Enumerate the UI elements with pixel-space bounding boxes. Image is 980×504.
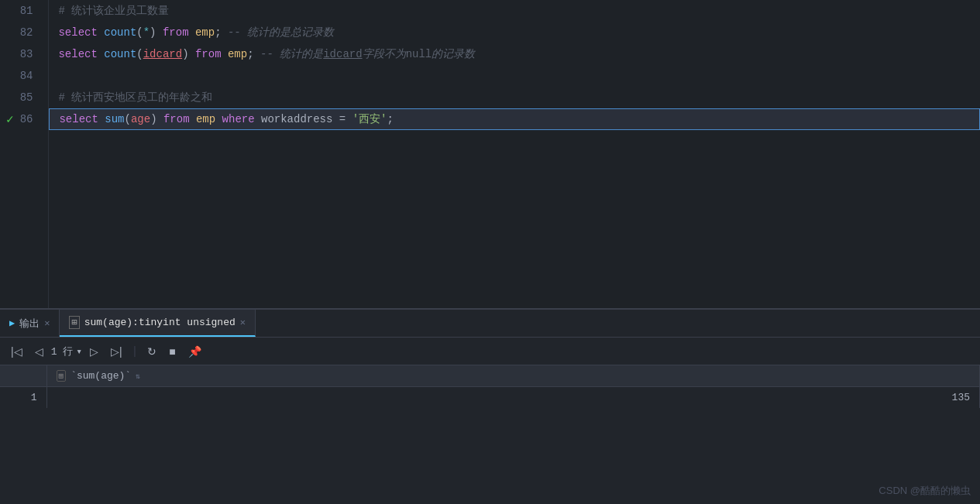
comment-81: # 统计该企业员工数量 (58, 4, 169, 18)
line-numbers: 81 82 83 84 85 ✓ 86 (0, 0, 49, 308)
line-84: 84 (6, 65, 36, 87)
line-num-85: 85 (20, 91, 33, 104)
next-page-button[interactable]: ▷ (85, 344, 103, 359)
tab-result-label: sum(age):tinyint unsigned (84, 317, 236, 328)
td-row-num-1: 1 (0, 387, 46, 409)
line-num-82: 82 (20, 26, 33, 39)
cmt-82: -- 统计的是总记录数 (228, 26, 334, 39)
line-85: 85 (6, 87, 36, 108)
kw-from-83: from (195, 48, 222, 60)
bottom-panel: ▶ 输出 ✕ ⊞ sum(age):tinyint unsigned ✕ |◁ … (0, 310, 980, 504)
code-line-83: select count ( idcard ) from emp ; -- 统计… (49, 43, 980, 65)
tbl-emp-83: emp (228, 48, 247, 60)
tab-bar: ▶ 输出 ✕ ⊞ sum(age):tinyint unsigned ✕ (0, 310, 980, 338)
line-83: 83 (6, 43, 36, 65)
cmt-null-83: null (406, 48, 432, 60)
tab-output[interactable]: ▶ 输出 ✕ (0, 310, 60, 337)
th-sum-age[interactable]: ⊞ `sum(age)` ⇅ (46, 365, 980, 387)
line-82: 82 (6, 22, 36, 43)
first-page-button[interactable]: |◁ (6, 344, 27, 359)
col-idcard-83: idcard (143, 48, 182, 60)
code-line-84 (49, 65, 980, 87)
stop-button[interactable]: ■ (164, 344, 180, 359)
separator-1: | (132, 345, 138, 358)
pin-button[interactable]: 📌 (184, 344, 206, 359)
watermark: CSDN @酷酷的懒虫 (879, 484, 971, 498)
kw-select-86: select (59, 113, 98, 125)
col-sum-age-label: `sum(age)` (70, 370, 131, 382)
fn-count-82: count (104, 26, 136, 39)
cmt-83c: 的记录数 (432, 47, 475, 61)
kw-select-83: select (58, 48, 97, 60)
line-num-84: 84 (20, 70, 33, 82)
refresh-button[interactable]: ↻ (143, 344, 161, 359)
rows-dropdown-icon[interactable]: ▾ (76, 345, 82, 358)
code-content[interactable]: # 统计该企业员工数量 select count ( * ) from emp … (49, 0, 980, 308)
editor-area: 81 82 83 84 85 ✓ 86 # 统计该企业员工数量 select c… (0, 0, 980, 310)
line-86: ✓ 86 (6, 108, 36, 130)
th-row-num (0, 365, 46, 387)
comment-85: # 统计西安地区员工的年龄之和 (58, 91, 212, 105)
tab-output-close[interactable]: ✕ (44, 317, 50, 329)
line-num-86: 86 (20, 113, 33, 125)
code-line-81: # 统计该企业员工数量 (49, 0, 980, 22)
line-num-81: 81 (20, 5, 33, 17)
tab-result-close[interactable]: ✕ (240, 317, 246, 328)
kw-from-86: from (163, 113, 190, 125)
kw-where-86: where (222, 113, 255, 125)
table-icon: ⊞ (69, 316, 79, 329)
op-star-82: * (143, 26, 150, 39)
tab-output-label: 输出 (19, 317, 40, 331)
result-table-area: ⊞ `sum(age)` ⇅ 1 135 (0, 365, 980, 504)
tab-result[interactable]: ⊞ sum(age):tinyint unsigned ✕ (60, 310, 256, 337)
code-line-86[interactable]: select sum ( age ) from emp where workad… (49, 108, 980, 130)
line-81: 81 (6, 0, 36, 22)
rows-count: 1 行 (51, 345, 74, 358)
kw-select-82: select (58, 26, 97, 39)
last-page-button[interactable]: ▷| (106, 344, 127, 359)
code-line-82: select count ( * ) from emp ; -- 统计的是总记录… (49, 22, 980, 43)
toolbar: |◁ ◁ 1 行 ▾ ▷ ▷| | ↻ ■ 📌 (0, 338, 980, 365)
col-age-86: age (131, 113, 150, 125)
prev-page-button[interactable]: ◁ (30, 344, 48, 359)
tbl-emp-82: emp (195, 26, 215, 39)
tbl-emp-86: emp (196, 113, 215, 125)
sort-icon[interactable]: ⇅ (136, 372, 140, 381)
fn-count-83: count (104, 48, 136, 60)
cmt-idcard-83: idcard (323, 48, 362, 60)
td-sum-age-1: 135 (46, 387, 980, 409)
table-header-row: ⊞ `sum(age)` ⇅ (0, 365, 980, 387)
check-icon-86: ✓ (6, 111, 14, 127)
cmt-83b: 字段不为 (363, 47, 406, 61)
kw-from-82: from (163, 26, 189, 39)
fn-sum-86: sum (105, 113, 124, 125)
cmt-83a: -- 统计的是 (260, 47, 323, 61)
code-line-85: # 统计西安地区员工的年龄之和 (49, 87, 980, 108)
col-type-icon: ⊞ (57, 370, 67, 382)
rows-indicator: 1 行 ▾ (51, 345, 82, 358)
str-xian-86: '西安' (352, 112, 387, 126)
output-icon: ▶ (9, 317, 15, 329)
line-num-83: 83 (20, 48, 33, 60)
table-row: 1 135 (0, 387, 980, 409)
result-table: ⊞ `sum(age)` ⇅ 1 135 (0, 365, 980, 408)
